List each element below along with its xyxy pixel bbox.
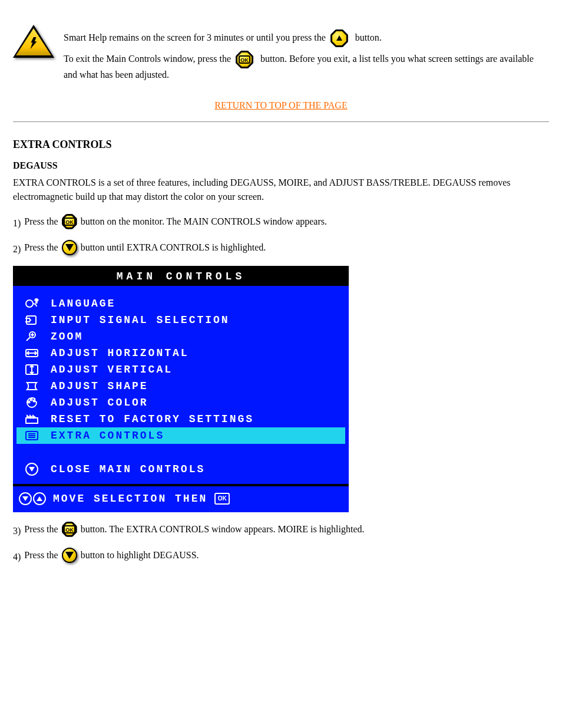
- step-number: 3): [13, 522, 21, 541]
- svg-text:?: ?: [35, 298, 39, 305]
- step-number: 4): [13, 548, 21, 566]
- extra-controls-heading: EXTRA CONTROLS: [13, 139, 549, 151]
- osd-item-zoom: ZOOM: [16, 328, 345, 345]
- osd-item-label: ADJUST HORIZONTAL: [51, 347, 339, 359]
- section-divider: [13, 121, 549, 122]
- warning-icon: [13, 25, 54, 58]
- extra-intro: EXTRA CONTROLS is a set of three feature…: [13, 176, 549, 203]
- step-number: 2): [13, 240, 21, 259]
- input-signal-icon: [22, 314, 41, 327]
- step-number: 1): [13, 214, 21, 233]
- ok-button-icon: OK: [236, 51, 253, 68]
- up-arrow-button-icon: [330, 29, 348, 47]
- degauss-subheading: DEGAUSS: [13, 160, 549, 171]
- down-arrow-button-icon: [62, 240, 77, 255]
- svg-text:OK: OK: [65, 219, 74, 225]
- close-icon: [22, 463, 41, 476]
- warning-p2-a: To exit the Main Controls window, press …: [64, 54, 231, 64]
- ok-button-icon: OK: [62, 522, 77, 537]
- svg-text:OK: OK: [240, 57, 249, 63]
- step4-a: Press the: [24, 548, 58, 563]
- adjust-shape-icon: [22, 380, 41, 393]
- svg-line-9: [27, 337, 30, 341]
- step1-b: button on the monitor. The MAIN CONTROLS…: [81, 214, 327, 229]
- warning-p1-b: button.: [355, 32, 382, 42]
- osd-item-label: ZOOM: [51, 331, 339, 342]
- step3-a: Press the: [24, 522, 58, 537]
- osd-updown-icon: [19, 492, 46, 505]
- adjust-color-icon: [22, 396, 41, 409]
- svg-point-17: [31, 398, 32, 400]
- svg-marker-0: [336, 35, 342, 41]
- extra-controls-icon: [22, 429, 41, 442]
- reset-factory-icon: [22, 413, 41, 426]
- step-2: 2) Press the button until EXTRA CONTROLS…: [13, 240, 549, 259]
- osd-item-reset-factory: RESET TO FACTORY SETTINGS: [16, 411, 345, 427]
- down-arrow-button-icon: [62, 548, 77, 563]
- osd-item-label: ADJUST VERTICAL: [51, 364, 339, 375]
- page: Smart Help remains on the screen for 3 m…: [0, 0, 562, 728]
- warning-para-1: Smart Help remains on the screen for 3 m…: [64, 29, 549, 47]
- step4-b: button to highlight DEGAUSS.: [81, 548, 199, 563]
- step2-b: button until EXTRA CONTROLS is highlight…: [81, 240, 266, 255]
- osd-close-row: CLOSE MAIN CONTROLS: [16, 459, 345, 484]
- osd-item-label: ADJUST SHAPE: [51, 380, 339, 392]
- osd-item-extra-controls: EXTRA CONTROLS: [16, 427, 345, 444]
- step-3: 3) Press the OK button. The EXTRA CONTRO…: [13, 522, 549, 541]
- osd-item-label: RESET TO FACTORY SETTINGS: [51, 413, 339, 425]
- osd-item-adjust-horizontal: ADJUST HORIZONTAL: [16, 345, 345, 361]
- osd-item-adjust-vertical: ADJUST VERTICAL: [16, 361, 345, 378]
- adjust-horizontal-icon: [22, 347, 41, 360]
- zoom-icon: [22, 330, 41, 343]
- osd-title: MAIN CONTROLS: [13, 266, 349, 286]
- svg-text:OK: OK: [65, 527, 74, 533]
- osd-item-label: INPUT SIGNAL SELECTION: [51, 314, 339, 326]
- svg-point-16: [28, 401, 30, 403]
- osd-item-label: LANGUAGE: [51, 298, 339, 309]
- step2-a: Press the: [24, 240, 58, 255]
- warning-glyph: [27, 36, 40, 51]
- step1-a: Press the: [24, 214, 58, 229]
- osd-body: ? LANGUAGE INPUT SIGNAL SELECTION ZOOM: [13, 286, 349, 484]
- osd-item-input-signal: INPUT SIGNAL SELECTION: [16, 312, 345, 328]
- osd-item-adjust-color: ADJUST COLOR: [16, 394, 345, 411]
- step3-b: button. The EXTRA CONTROLS window appear…: [81, 522, 365, 537]
- svg-point-5: [26, 300, 33, 307]
- osd-item-label: ADJUST COLOR: [51, 397, 339, 409]
- osd-item-label: EXTRA CONTROLS: [51, 430, 339, 442]
- warning-text: Smart Help remains on the screen for 3 m…: [64, 29, 549, 85]
- osd-gap: [16, 444, 345, 459]
- step-4: 4) Press the button to highlight DEGAUSS…: [13, 548, 549, 566]
- warning-block: Smart Help remains on the screen for 3 m…: [13, 28, 549, 85]
- adjust-vertical-icon: [22, 363, 41, 376]
- step-1: 1) Press the OK button on the monitor. T…: [13, 214, 549, 233]
- return-link-wrap: RETURN TO TOP OF THE PAGE: [13, 85, 549, 111]
- osd-item-language: ? LANGUAGE: [16, 295, 345, 312]
- steps-list: 1) Press the OK button on the monitor. T…: [13, 214, 549, 259]
- osd-footer: MOVE SELECTION THEN OK: [13, 484, 349, 512]
- osd-ok-icon: OK: [214, 493, 230, 505]
- warning-para-2: To exit the Main Controls window, press …: [64, 51, 549, 81]
- osd-footer-text: MOVE SELECTION THEN: [53, 493, 207, 505]
- osd-item-adjust-shape: ADJUST SHAPE: [16, 378, 345, 394]
- osd-main-controls: MAIN CONTROLS ? LANGUAGE INPUT SIGNAL SE…: [13, 266, 349, 512]
- steps-list-continued: 3) Press the OK button. The EXTRA CONTRO…: [13, 522, 549, 566]
- ok-button-icon: OK: [62, 214, 77, 229]
- warning-p1-a: Smart Help remains on the screen for 3 m…: [64, 32, 326, 42]
- svg-rect-19: [26, 418, 38, 423]
- language-icon: ?: [22, 297, 41, 310]
- osd-close-label: CLOSE MAIN CONTROLS: [51, 463, 205, 475]
- return-to-top-link[interactable]: RETURN TO TOP OF THE PAGE: [214, 100, 347, 111]
